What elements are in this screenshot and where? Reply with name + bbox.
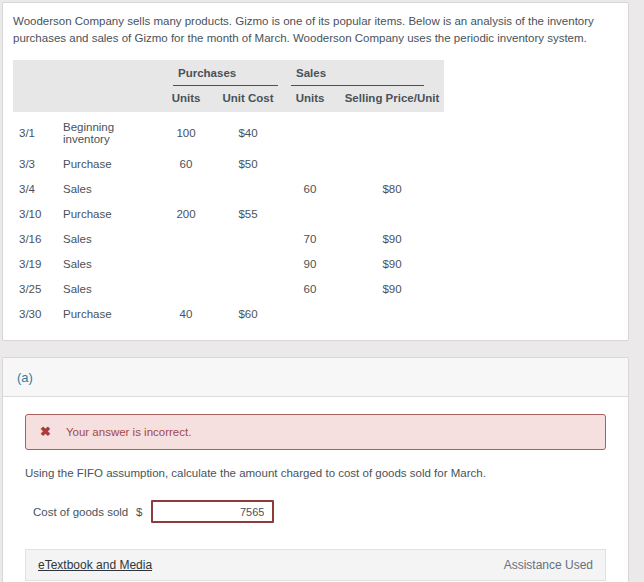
row-description: Sales [51, 176, 156, 201]
table-row: 3/25 Sales 60 $90 [13, 276, 444, 301]
row-sales-units [280, 151, 340, 176]
row-sales-units: 90 [280, 251, 340, 276]
row-date: 3/1 [13, 112, 51, 151]
table-row: 3/19 Sales 90 $90 [13, 251, 444, 276]
problem-intro-text: Wooderson Company sells many products. G… [13, 13, 616, 46]
row-description: Sales [51, 251, 156, 276]
inventory-table-header: Purchases Sales Units Unit Cost Units Se… [13, 60, 444, 112]
row-selling-price [340, 301, 444, 326]
row-date: 3/10 [13, 201, 51, 226]
sales-units-header: Units [280, 86, 340, 112]
table-row: 3/30 Purchase 40 $60 [13, 301, 444, 326]
table-row: 3/1 Beginning inventory 100 $40 [13, 112, 444, 151]
row-selling-price [340, 201, 444, 226]
row-purchase-units [156, 276, 216, 301]
row-purchase-units [156, 176, 216, 201]
row-date: 3/25 [13, 276, 51, 301]
unit-cost-header: Unit Cost [216, 86, 280, 112]
row-unit-cost [216, 276, 280, 301]
table-row: 3/10 Purchase 200 $55 [13, 201, 444, 226]
part-a-body: ✖ Your answer is incorrect. Using the FI… [3, 397, 628, 582]
row-description: Purchase [51, 201, 156, 226]
row-unit-cost [216, 251, 280, 276]
table-row: 3/4 Sales 60 $80 [13, 176, 444, 201]
row-description: Sales [51, 226, 156, 251]
part-a-label: (a) [17, 370, 33, 385]
row-selling-price: $90 [340, 251, 444, 276]
row-purchase-units: 200 [156, 201, 216, 226]
etextbook-bar: eTextbook and Media Assistance Used [25, 549, 606, 581]
row-sales-units [280, 201, 340, 226]
selling-price-header: Selling Price/Unit [340, 86, 444, 112]
sales-group-header: Sales [291, 60, 424, 86]
row-unit-cost: $60 [216, 301, 280, 326]
etextbook-and-media-link[interactable]: eTextbook and Media [38, 558, 152, 572]
part-a-card: (a) ✖ Your answer is incorrect. Using th… [2, 357, 629, 582]
row-sales-units: 60 [280, 176, 340, 201]
table-row: 3/3 Purchase 60 $50 [13, 151, 444, 176]
answer-row: Cost of goods sold $ [25, 500, 606, 523]
row-description: Purchase [51, 301, 156, 326]
cross-icon: ✖ [40, 424, 51, 439]
question-text: Using the FIFO assumption, calculate the… [25, 467, 606, 479]
row-date: 3/3 [13, 151, 51, 176]
cost-of-goods-sold-input[interactable] [151, 500, 274, 523]
row-purchase-units [156, 226, 216, 251]
row-unit-cost: $40 [216, 112, 280, 151]
row-date: 3/19 [13, 251, 51, 276]
inventory-table-body: 3/1 Beginning inventory 100 $40 3/3 Purc… [13, 112, 444, 326]
assistance-used-label: Assistance Used [504, 558, 593, 572]
row-description: Purchase [51, 151, 156, 176]
currency-symbol: $ [136, 506, 142, 518]
part-a-section-header[interactable]: (a) [3, 358, 628, 397]
purchase-units-header: Units [156, 86, 216, 112]
row-date: 3/30 [13, 301, 51, 326]
answer-label: Cost of goods sold [33, 506, 136, 518]
row-purchase-units: 60 [156, 151, 216, 176]
table-row: 3/16 Sales 70 $90 [13, 226, 444, 251]
row-unit-cost [216, 176, 280, 201]
incorrect-answer-alert: ✖ Your answer is incorrect. [25, 414, 606, 450]
row-purchase-units: 100 [156, 112, 216, 151]
row-purchase-units [156, 251, 216, 276]
row-purchase-units: 40 [156, 301, 216, 326]
inventory-table: Purchases Sales Units Unit Cost Units Se… [13, 60, 444, 326]
row-selling-price: $90 [340, 276, 444, 301]
row-unit-cost: $55 [216, 201, 280, 226]
row-description: Sales [51, 276, 156, 301]
row-sales-units: 60 [280, 276, 340, 301]
alert-message: Your answer is incorrect. [66, 426, 192, 438]
row-unit-cost: $50 [216, 151, 280, 176]
row-date: 3/16 [13, 226, 51, 251]
row-description: Beginning inventory [51, 112, 156, 151]
row-sales-units: 70 [280, 226, 340, 251]
purchases-group-header: Purchases [173, 60, 278, 86]
row-selling-price [340, 112, 444, 151]
row-unit-cost [216, 226, 280, 251]
row-selling-price: $90 [340, 226, 444, 251]
row-sales-units [280, 112, 340, 151]
problem-card: Wooderson Company sells many products. G… [2, 2, 629, 341]
row-selling-price [340, 151, 444, 176]
row-selling-price: $80 [340, 176, 444, 201]
row-date: 3/4 [13, 176, 51, 201]
row-sales-units [280, 301, 340, 326]
